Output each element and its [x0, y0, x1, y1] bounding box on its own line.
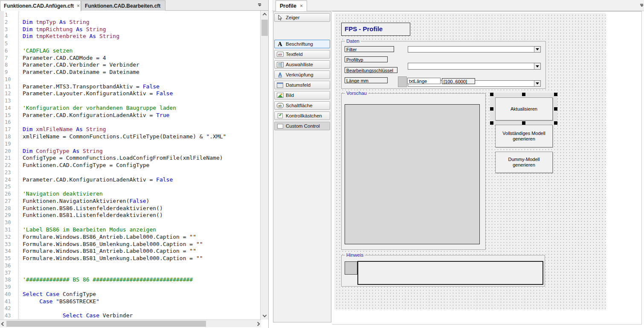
code-line[interactable]: [23, 76, 260, 83]
code-line[interactable]: Formulare.Windows.BS86_Umlenkung.Label00…: [23, 241, 260, 248]
resize-handle[interactable]: [554, 107, 557, 111]
resize-handle[interactable]: [554, 93, 557, 96]
toolbox-item-zeiger[interactable]: Zeiger: [274, 13, 330, 22]
code-line[interactable]: Dim tmpTyp As String: [23, 19, 260, 26]
close-icon[interactable]: ×: [300, 4, 303, 8]
toolbox-item-schaltfl-che[interactable]: abSchaltfläche: [274, 101, 330, 110]
laenge-label[interactable]: Länge mm: [345, 77, 388, 83]
code-line[interactable]: Formulare.Windows.BS86_Antrieb.Label000.…: [23, 234, 260, 241]
code-line[interactable]: Select Case Verbinder: [23, 312, 260, 319]
aktualisieren-button[interactable]: Aktualisieren: [495, 97, 553, 120]
toolbox-item-auswahlliste[interactable]: Auswahlliste: [274, 60, 330, 69]
code-line[interactable]: ConfigType = CommonFunctions.LoadConfigF…: [23, 155, 260, 162]
tab-funktionen-cad-anfuegen[interactable]: Funktionen.CAD.Anfügen.cft ×: [0, 0, 81, 11]
code-line[interactable]: Parameter.CAD.KonfigurationLadenAktiv = …: [23, 176, 260, 184]
code-line[interactable]: [23, 219, 260, 226]
line-number: 13: [4, 97, 18, 105]
tab-funktionen-cad-bearbeiten[interactable]: Funktionen.CAD.Bearbeiten.cft: [81, 0, 165, 11]
toolbox-item-datumsfeld[interactable]: Datumsfeld: [274, 81, 330, 89]
resize-handle[interactable]: [490, 121, 493, 125]
toolbox-item-custom-control[interactable]: Custom Control: [274, 122, 330, 130]
code-line[interactable]: [23, 40, 260, 47]
profiltyp-label[interactable]: Profiltyp: [345, 56, 388, 62]
code-editor[interactable]: 1234567891011121314151617181920212223242…: [0, 11, 260, 319]
code-line[interactable]: Dim tmpRichtung As String: [23, 26, 260, 33]
hinweis-text-area[interactable]: [357, 261, 543, 285]
code-line[interactable]: [23, 141, 260, 148]
hinweis-icon-square[interactable]: [345, 261, 357, 275]
scroll-left-icon[interactable]: [0, 320, 6, 328]
tab-profile[interactable]: Profile ×: [276, 0, 307, 11]
code-line[interactable]: [23, 183, 260, 190]
code-line[interactable]: Parameter.Layouter.KonfigurationAktiv = …: [23, 90, 260, 97]
resize-handle[interactable]: [490, 93, 493, 96]
scroll-right-icon[interactable]: [255, 320, 261, 328]
code-line[interactable]: Parameter.CAD.Verbinder = Verbinder: [23, 62, 260, 69]
profiltyp-combobox[interactable]: [408, 63, 541, 70]
code-line[interactable]: 'CADFLAG setzen: [23, 47, 260, 55]
vollstaendiges-modell-button[interactable]: Vollständiges Modell generieren: [495, 125, 553, 147]
code-line[interactable]: Dim ConfigType As String: [23, 148, 260, 155]
code-line[interactable]: [23, 97, 260, 105]
close-icon[interactable]: ×: [77, 4, 80, 8]
tab-overflow-icon[interactable]: [258, 3, 262, 7]
code-line[interactable]: Funktionen.BS81.Listenfelderdeaktivieren…: [23, 212, 260, 219]
hscroll-thumb[interactable]: [6, 321, 206, 327]
chevron-down-icon[interactable]: [534, 47, 540, 52]
scroll-down-icon[interactable]: [261, 312, 269, 319]
code-line[interactable]: [23, 305, 260, 312]
code-line[interactable]: 'Konfiguration der vorhandenen Baugruppe…: [23, 105, 260, 112]
code-line[interactable]: [23, 119, 260, 126]
code-line[interactable]: Select Case ConfigType: [23, 291, 260, 298]
preview-area[interactable]: [345, 104, 480, 244]
resize-handle[interactable]: [522, 121, 525, 125]
toolbox-item-beschriftung[interactable]: ABeschriftung: [274, 40, 330, 48]
filter-combobox[interactable]: [408, 46, 541, 53]
code-line[interactable]: [23, 12, 260, 19]
code-line[interactable]: Formulare.Windows.BS81_Antrieb.Label000.…: [23, 248, 260, 255]
dummy-modell-button[interactable]: Dummy-Modell generieren: [495, 152, 553, 173]
code-line[interactable]: 'Navigation deaktivieren: [23, 190, 260, 198]
scroll-up-icon[interactable]: [261, 11, 269, 18]
bearbeitungsschluessel-label[interactable]: Bearbeitungsschlüssel: [345, 67, 397, 73]
code-line[interactable]: Funktionen.CAD.ConfigType = ConfigType: [23, 162, 260, 169]
code-line[interactable]: '############# BS 86 ###################…: [23, 276, 260, 284]
resize-handle[interactable]: [522, 93, 525, 96]
code-line[interactable]: Funktionen.NavigationAktivieren(False): [23, 198, 260, 205]
code-line[interactable]: [23, 269, 260, 277]
vscroll-thumb[interactable]: [261, 20, 268, 36]
editor-hscrollbar[interactable]: [0, 319, 261, 327]
laenge-textbox[interactable]: txtLänge: [407, 78, 441, 84]
code-line[interactable]: 'Label BS86 im Bearbeiten Modus anzeigen: [23, 226, 260, 234]
group-daten-label: Daten: [345, 38, 361, 44]
form-title-label[interactable]: FPS - Profile: [341, 23, 410, 36]
filter-label[interactable]: Filter: [345, 46, 394, 52]
line-number-gutter: 1234567891011121314151617181920212223242…: [4, 12, 18, 319]
chevron-down-icon[interactable]: [534, 81, 540, 86]
editor-vscrollbar[interactable]: [260, 11, 268, 319]
code-line[interactable]: [23, 284, 260, 291]
laenge-status-square[interactable]: [398, 76, 407, 87]
tab-overflow-icon[interactable]: [640, 4, 644, 7]
chevron-down-icon[interactable]: [534, 63, 540, 69]
toolbox-item-textfeld[interactable]: ablTextfeld: [274, 50, 330, 59]
toolbox-item-kontrollk-stchen[interactable]: Kontrollkästchen: [274, 111, 330, 120]
toolbox-item-verkn-pfung[interactable]: AVerknüpfung: [274, 70, 330, 79]
code-line[interactable]: Dim tmpKettenbreite As String: [23, 33, 260, 40]
resize-handle[interactable]: [490, 107, 493, 111]
toolbox-item-bild[interactable]: Bild: [274, 91, 330, 100]
code-line[interactable]: [23, 169, 260, 176]
code-line[interactable]: Parameter.CAD.KonfigurationLadenAktiv = …: [23, 112, 260, 119]
code-line[interactable]: Formulare.Windows.BS81_Umlenkung.Label00…: [23, 255, 260, 262]
code-line[interactable]: [23, 262, 260, 269]
code-text[interactable]: Dim tmpTyp As StringDim tmpRichtung As S…: [18, 12, 260, 319]
code-line[interactable]: Parameter.CAD.CADMode = 4: [23, 55, 260, 62]
form-surface[interactable]: FPS - Profile Daten Filter Profiltyp Bea…: [334, 13, 606, 310]
code-line[interactable]: Parameter.CAD.Dateiname = Dateiname: [23, 69, 260, 76]
resize-handle[interactable]: [554, 121, 557, 125]
code-line[interactable]: Dim xmlFileName As String: [23, 126, 260, 133]
code-line[interactable]: xmlFileName = CommonFunctions.CutFileTyp…: [23, 133, 260, 141]
code-line[interactable]: Parameter.MTS3.TransportbandAktiv = Fals…: [23, 83, 260, 91]
code-line[interactable]: Case "BS86STRECKE": [23, 298, 260, 305]
code-line[interactable]: Funktionen.BS86.Listenfelderdeaktivieren…: [23, 205, 260, 212]
